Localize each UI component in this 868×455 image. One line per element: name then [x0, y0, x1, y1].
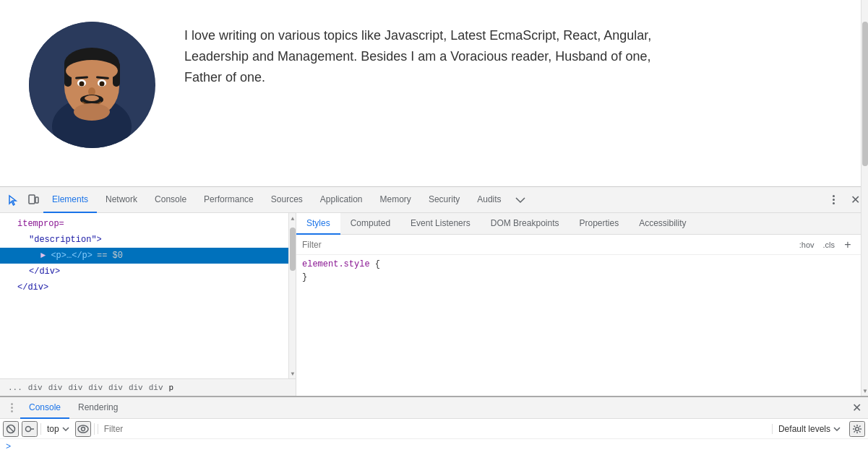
console-context-select[interactable]: top — [44, 424, 72, 434]
tab-application[interactable]: Application — [311, 187, 371, 213]
devtools-panel: Elements Network Console Performance Sou… — [0, 186, 868, 396]
styles-tabs: Styles Computed Event Listeners DOM Brea… — [296, 213, 861, 235]
dom-line: </div> — [0, 280, 288, 295]
svg-rect-19 — [35, 197, 38, 203]
styles-tab-styles[interactable]: Styles — [296, 213, 340, 235]
breadcrumb-div4[interactable]: div — [86, 384, 105, 392]
cls-button[interactable]: .cls — [820, 240, 838, 250]
more-tabs-button[interactable] — [510, 190, 530, 210]
styles-scrollbar[interactable]: ▲ ▼ — [861, 213, 868, 396]
styles-tab-accessibility[interactable]: Accessibility — [629, 213, 696, 235]
console-level-label: Default levels — [778, 424, 830, 434]
console-close-button[interactable]: ✕ — [848, 399, 865, 417]
breadcrumb-div5[interactable]: div — [106, 384, 125, 392]
console-eye-button[interactable] — [75, 421, 91, 437]
profile-image — [29, 22, 155, 148]
dom-line: itemprop= — [0, 216, 288, 232]
console-drag-handle — [3, 399, 20, 417]
tab-memory[interactable]: Memory — [371, 187, 420, 213]
drag-dots-icon — [11, 403, 13, 412]
chevron-down-icon — [62, 427, 69, 431]
inspect-element-button[interactable] — [3, 190, 23, 210]
console-filter-button[interactable] — [22, 421, 38, 437]
styles-content: element.style { } — [296, 255, 861, 396]
eye-icon — [77, 425, 89, 433]
console-close-icon: ✕ — [852, 401, 861, 415]
console-settings-button[interactable] — [849, 421, 865, 437]
console-toolbar: top Default levels — [0, 419, 868, 439]
dom-panel-inner: itemprop= "description"> ► <p>…</p> == $… — [0, 213, 296, 378]
svg-line-21 — [8, 426, 14, 432]
tab-performance[interactable]: Performance — [195, 187, 262, 213]
devtools-menu-button[interactable] — [823, 190, 843, 210]
breadcrumb-div1[interactable]: div — [26, 384, 45, 392]
tab-security[interactable]: Security — [420, 187, 468, 213]
tab-audits[interactable]: Audits — [468, 187, 510, 213]
console-separator2 — [94, 423, 95, 435]
svg-point-26 — [856, 427, 859, 430]
console-filter-input[interactable] — [98, 424, 769, 434]
dom-content[interactable]: itemprop= "description"> ► <p>…</p> == $… — [0, 213, 288, 378]
dom-panel: itemprop= "description"> ► <p>…</p> == $… — [0, 213, 296, 396]
tab-console[interactable]: Console — [146, 187, 195, 213]
hov-button[interactable]: :hov — [796, 240, 817, 250]
styles-tab-properties[interactable]: Properties — [569, 213, 629, 235]
dom-scrollbar-thumb[interactable] — [290, 228, 296, 271]
scrollbar-down-arrow[interactable]: ▼ — [289, 368, 296, 378]
dom-line: "description"> — [0, 232, 288, 248]
styles-tab-computed[interactable]: Computed — [340, 213, 400, 235]
css-close-brace: } — [302, 272, 307, 282]
clear-console-button[interactable] — [3, 421, 19, 437]
main-scrollbar-thumb[interactable] — [862, 22, 868, 166]
styles-filter-buttons: :hov .cls + — [796, 238, 855, 252]
svg-point-17 — [74, 103, 110, 121]
breadcrumb-div6[interactable]: div — [126, 384, 145, 392]
styles-filter-bar: :hov .cls + — [296, 235, 861, 255]
breadcrumb-div2[interactable]: div — [46, 384, 65, 392]
breadcrumb-bar: ... div div div div div div div p — [0, 378, 296, 396]
styles-tab-dom-breakpoints[interactable]: DOM Breakpoints — [481, 213, 570, 235]
level-chevron-icon — [833, 427, 841, 431]
css-rule: element.style { — [302, 259, 855, 269]
dom-line-selected[interactable]: ► <p>…</p> == $0 — [0, 248, 288, 264]
breadcrumb-ellipsis[interactable]: ... — [6, 384, 25, 392]
profile-bio: I love writing on various topics like Ja… — [184, 22, 690, 87]
console-prompt: > — [6, 442, 11, 452]
styles-tab-event-listeners[interactable]: Event Listeners — [400, 213, 481, 235]
svg-point-11 — [100, 82, 105, 87]
svg-point-25 — [81, 427, 85, 430]
tab-network[interactable]: Network — [97, 187, 146, 213]
console-tab-console[interactable]: Console — [20, 397, 69, 419]
gear-icon — [852, 424, 862, 434]
console-input-area[interactable]: > — [0, 439, 868, 455]
device-toolbar-button[interactable] — [23, 190, 43, 210]
kebab-icon — [833, 195, 835, 204]
svg-point-24 — [78, 425, 88, 433]
styles-filter-input[interactable] — [302, 240, 796, 250]
svg-point-16 — [85, 95, 99, 101]
console-tabs-bar: Console Rendering ✕ — [0, 397, 868, 419]
tab-elements[interactable]: Elements — [43, 187, 97, 213]
console-level-select[interactable]: Default levels — [772, 424, 846, 434]
svg-rect-18 — [29, 195, 35, 204]
main-page-scrollbar[interactable] — [861, 0, 868, 238]
tab-sources[interactable]: Sources — [262, 187, 311, 213]
console-panel: Console Rendering ✕ top — [0, 396, 868, 455]
breadcrumb-div7[interactable]: div — [147, 384, 166, 392]
svg-point-22 — [26, 426, 31, 431]
breadcrumb-div3[interactable]: div — [66, 384, 85, 392]
add-style-button[interactable]: + — [841, 238, 855, 252]
styles-scrollbar-down[interactable]: ▼ — [861, 386, 868, 396]
console-context-label: top — [47, 424, 59, 434]
console-separator — [40, 423, 41, 435]
dom-scrollbar[interactable]: ▲ ▼ — [288, 213, 296, 378]
css-selector: element.style — [302, 259, 370, 269]
svg-point-7 — [66, 60, 118, 82]
dom-line: </div> — [0, 264, 288, 280]
console-tab-rendering[interactable]: Rendering — [69, 397, 126, 419]
breadcrumb-p[interactable]: p — [167, 384, 176, 392]
scrollbar-up-arrow[interactable]: ▲ — [289, 213, 296, 223]
svg-point-10 — [80, 82, 85, 87]
devtools-toolbar: Elements Network Console Performance Sou… — [0, 187, 868, 213]
close-icon: ✕ — [851, 193, 860, 207]
